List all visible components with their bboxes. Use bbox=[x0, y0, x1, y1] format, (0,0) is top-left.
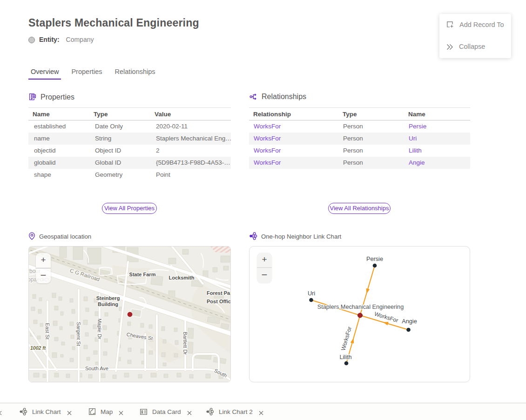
svg-text:State Farm: State Farm bbox=[129, 272, 156, 277]
svg-text:Lilith: Lilith bbox=[339, 354, 351, 360]
svg-text:Forest Par: Forest Par bbox=[207, 290, 230, 296]
svg-text:1002 ft: 1002 ft bbox=[30, 345, 46, 351]
svg-text:Uri: Uri bbox=[308, 290, 315, 297]
svg-text:WorksFor: WorksFor bbox=[374, 311, 399, 324]
svg-text:Post Offic: Post Offic bbox=[207, 299, 230, 304]
svg-text:East St: East St bbox=[45, 323, 50, 339]
svg-text:Sargent St: Sargent St bbox=[76, 322, 81, 346]
svg-text:Angie: Angie bbox=[402, 318, 417, 325]
svg-text:Building: Building bbox=[98, 301, 118, 307]
svg-text:Bartlett Dr: Bartlett Dr bbox=[182, 332, 188, 355]
svg-text:Staplers Mechanical Engineerin: Staplers Mechanical Engineering bbox=[317, 304, 404, 310]
svg-text:South Ave: South Ave bbox=[85, 366, 108, 371]
svg-text:Persie: Persie bbox=[366, 256, 383, 262]
svg-text:Maple Dr: Maple Dr bbox=[97, 319, 102, 340]
svg-text:Locksmith: Locksmith bbox=[169, 275, 194, 280]
svg-text:Steinberg: Steinberg bbox=[96, 295, 120, 301]
